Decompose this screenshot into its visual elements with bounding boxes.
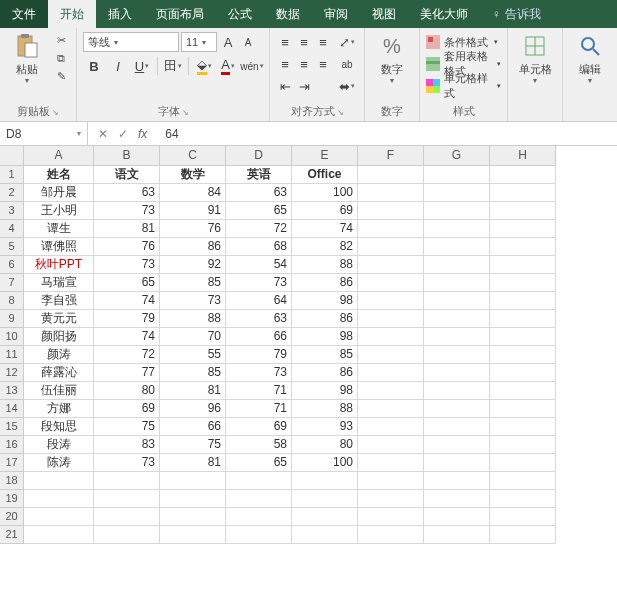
align-center-button[interactable]: ≡ xyxy=(295,54,313,74)
cell[interactable] xyxy=(94,508,160,526)
cell[interactable]: 69 xyxy=(226,418,292,436)
tab-review[interactable]: 审阅 xyxy=(312,0,360,28)
tell-me[interactable]: ♀告诉我 xyxy=(480,0,553,28)
cell[interactable]: 73 xyxy=(226,364,292,382)
cell[interactable]: 73 xyxy=(94,454,160,472)
cell[interactable] xyxy=(424,202,490,220)
cut-button[interactable]: ✂ xyxy=(52,32,70,48)
cell[interactable]: 82 xyxy=(292,238,358,256)
align-top-button[interactable]: ≡ xyxy=(276,32,294,52)
cell[interactable] xyxy=(226,526,292,544)
cell[interactable] xyxy=(292,508,358,526)
number-format-button[interactable]: % 数字 ▼ xyxy=(371,32,413,84)
cell[interactable] xyxy=(358,256,424,274)
row-header[interactable]: 10 xyxy=(0,328,24,346)
cell[interactable] xyxy=(358,508,424,526)
cell[interactable] xyxy=(490,508,556,526)
phonetic-button[interactable]: wén▾ xyxy=(241,56,263,76)
underline-button[interactable]: U▾ xyxy=(131,56,153,76)
cell[interactable]: 伍佳丽 xyxy=(24,382,94,400)
cell[interactable]: 92 xyxy=(160,256,226,274)
column-header[interactable]: C xyxy=(160,146,226,166)
row-header[interactable]: 19 xyxy=(0,490,24,508)
cell[interactable]: 80 xyxy=(94,382,160,400)
cell[interactable]: 74 xyxy=(292,220,358,238)
cell[interactable]: 83 xyxy=(94,436,160,454)
cell[interactable]: 69 xyxy=(292,202,358,220)
cell[interactable] xyxy=(424,166,490,184)
row-header[interactable]: 15 xyxy=(0,418,24,436)
copy-button[interactable]: ⧉ xyxy=(52,50,70,66)
font-name-dropdown[interactable]: 等线▾ xyxy=(83,32,179,52)
cell[interactable] xyxy=(490,274,556,292)
cell[interactable] xyxy=(358,400,424,418)
cell[interactable]: 96 xyxy=(160,400,226,418)
cell[interactable] xyxy=(358,436,424,454)
cell[interactable]: 马瑞宣 xyxy=(24,274,94,292)
cell[interactable]: 段涛 xyxy=(24,436,94,454)
cell[interactable]: 88 xyxy=(160,310,226,328)
cell[interactable] xyxy=(358,220,424,238)
cell[interactable]: 66 xyxy=(226,328,292,346)
cell[interactable] xyxy=(358,454,424,472)
cell[interactable] xyxy=(490,418,556,436)
cell[interactable]: 86 xyxy=(292,364,358,382)
border-button[interactable]: 田▾ xyxy=(162,56,184,76)
cell[interactable]: 79 xyxy=(226,346,292,364)
row-header[interactable]: 20 xyxy=(0,508,24,526)
cell[interactable]: 颜涛 xyxy=(24,346,94,364)
cell[interactable]: 100 xyxy=(292,454,358,472)
tab-data[interactable]: 数据 xyxy=(264,0,312,28)
cell[interactable] xyxy=(358,238,424,256)
tab-beautify[interactable]: 美化大师 xyxy=(408,0,480,28)
cell[interactable]: 75 xyxy=(94,418,160,436)
row-header[interactable]: 6 xyxy=(0,256,24,274)
spreadsheet-grid[interactable]: ABCDEFGH 1姓名语文数学英语Office2邹丹晨6384631003王小… xyxy=(0,146,617,544)
cell[interactable] xyxy=(358,364,424,382)
tab-insert[interactable]: 插入 xyxy=(96,0,144,28)
cell[interactable] xyxy=(424,526,490,544)
cells-button[interactable]: 单元格 ▼ xyxy=(514,32,556,84)
tab-view[interactable]: 视图 xyxy=(360,0,408,28)
cell[interactable]: 英语 xyxy=(226,166,292,184)
cell[interactable]: 邹丹晨 xyxy=(24,184,94,202)
cell[interactable]: 91 xyxy=(160,202,226,220)
row-header[interactable]: 17 xyxy=(0,454,24,472)
align-middle-button[interactable]: ≡ xyxy=(295,32,313,52)
accept-formula-button[interactable]: ✓ xyxy=(118,127,128,141)
font-size-dropdown[interactable]: 11▾ xyxy=(181,32,217,52)
cell[interactable] xyxy=(160,508,226,526)
cell[interactable]: 98 xyxy=(292,292,358,310)
cell[interactable]: 段知思 xyxy=(24,418,94,436)
cell[interactable]: 77 xyxy=(94,364,160,382)
cell[interactable]: Office xyxy=(292,166,358,184)
cell[interactable]: 81 xyxy=(94,220,160,238)
cell[interactable]: 100 xyxy=(292,184,358,202)
align-bottom-button[interactable]: ≡ xyxy=(314,32,332,52)
row-header[interactable]: 9 xyxy=(0,310,24,328)
row-header[interactable]: 1 xyxy=(0,166,24,184)
cell[interactable] xyxy=(424,400,490,418)
row-header[interactable]: 7 xyxy=(0,274,24,292)
cell[interactable] xyxy=(490,256,556,274)
cell[interactable]: 63 xyxy=(226,310,292,328)
cell[interactable]: 65 xyxy=(226,202,292,220)
align-right-button[interactable]: ≡ xyxy=(314,54,332,74)
cell[interactable]: 93 xyxy=(292,418,358,436)
cell[interactable] xyxy=(358,526,424,544)
dialog-launcher-icon[interactable]: ↘ xyxy=(52,108,59,117)
cell[interactable] xyxy=(424,310,490,328)
cell[interactable]: 81 xyxy=(160,454,226,472)
cell[interactable]: 63 xyxy=(94,184,160,202)
cell[interactable]: 80 xyxy=(292,436,358,454)
tab-formulas[interactable]: 公式 xyxy=(216,0,264,28)
cell[interactable] xyxy=(424,292,490,310)
cell[interactable]: 73 xyxy=(226,274,292,292)
row-header[interactable]: 3 xyxy=(0,202,24,220)
cancel-formula-button[interactable]: ✕ xyxy=(98,127,108,141)
cell[interactable]: 63 xyxy=(226,184,292,202)
cell[interactable] xyxy=(160,490,226,508)
cell[interactable] xyxy=(490,400,556,418)
cell[interactable] xyxy=(358,274,424,292)
tab-home[interactable]: 开始 xyxy=(48,0,96,28)
